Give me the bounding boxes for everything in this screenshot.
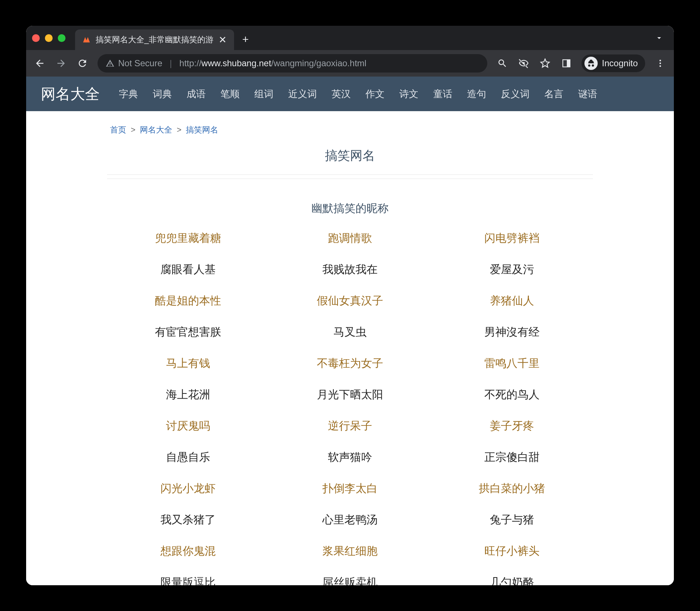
name-item[interactable]: 我又杀猪了 xyxy=(107,512,269,527)
site-title[interactable]: 网名大全 xyxy=(41,84,100,104)
name-item[interactable]: 雷鸣八千里 xyxy=(431,356,593,371)
incognito-indicator[interactable]: Incognito xyxy=(581,54,645,72)
name-item[interactable]: 正宗傻白甜 xyxy=(431,450,593,465)
name-item[interactable]: 软声猫吟 xyxy=(269,450,431,465)
nav-link[interactable]: 字典 xyxy=(119,88,138,100)
name-item[interactable]: 跑调情歌 xyxy=(269,231,431,246)
panel-icon[interactable] xyxy=(560,57,573,70)
new-tab-button[interactable]: + xyxy=(242,33,249,46)
name-item[interactable]: 逆行呆子 xyxy=(269,418,431,434)
breadcrumb-sep: > xyxy=(177,125,181,134)
address-bar: Not Secure | http://www.shubang.net/wang… xyxy=(26,50,674,77)
name-item[interactable]: 海上花洲 xyxy=(107,387,269,402)
name-item[interactable]: 月光下晒太阳 xyxy=(269,387,431,402)
name-item[interactable]: 自愚自乐 xyxy=(107,450,269,465)
name-item[interactable]: 假仙女真汉子 xyxy=(269,293,431,308)
svg-point-2 xyxy=(660,60,661,61)
nav-link[interactable]: 作文 xyxy=(365,88,385,100)
url-input[interactable]: Not Secure | http://www.shubang.net/wang… xyxy=(98,54,487,73)
page-viewport[interactable]: 网名大全 字典词典成语笔顺组词近义词英汉作文诗文童话造句反义词名言谜语 首页 >… xyxy=(26,77,674,585)
nav-link[interactable]: 名言 xyxy=(544,88,563,100)
content-area: 首页 > 网名大全 > 搞笑网名 搞笑网名 幽默搞笑的昵称 兜兜里藏着糖跑调情歌… xyxy=(107,111,593,585)
name-item[interactable]: 兔子与猪 xyxy=(431,512,593,527)
name-item[interactable]: 扑倒李太白 xyxy=(269,481,431,496)
not-secure-label: Not Secure xyxy=(118,58,162,68)
back-button[interactable] xyxy=(33,57,46,70)
svg-point-3 xyxy=(660,63,661,64)
tabs-dropdown-button[interactable] xyxy=(655,33,668,45)
favicon-icon xyxy=(82,35,91,45)
names-grid: 兜兜里藏着糖跑调情歌闪电劈裤裆腐眼看人基我贱故我在爱屋及污酷是姐的本性假仙女真汉… xyxy=(107,231,593,585)
name-item[interactable]: 闪光小龙虾 xyxy=(107,481,269,496)
name-item[interactable]: 想跟你鬼混 xyxy=(107,544,269,559)
toolbar-right: Incognito xyxy=(496,54,667,72)
name-item[interactable]: 我贱故我在 xyxy=(269,262,431,277)
name-item[interactable]: 腐眼看人基 xyxy=(107,262,269,277)
security-warning[interactable]: Not Secure xyxy=(106,58,162,68)
svg-point-4 xyxy=(660,65,661,67)
name-item[interactable]: 姜子牙疼 xyxy=(431,418,593,434)
maximize-window-button[interactable] xyxy=(58,34,66,42)
name-item[interactable]: 兜兜里藏着糖 xyxy=(107,231,269,246)
nav-link[interactable]: 诗文 xyxy=(399,88,418,100)
minimize-window-button[interactable] xyxy=(45,34,53,42)
svg-rect-1 xyxy=(567,60,570,67)
warning-icon xyxy=(106,59,114,68)
tab-strip: 搞笑网名大全_非常幽默搞笑的游 ✕ + xyxy=(26,26,674,50)
nav-link[interactable]: 英汉 xyxy=(332,88,351,100)
nav-link[interactable]: 近义词 xyxy=(288,88,317,100)
incognito-icon xyxy=(584,57,598,70)
name-item[interactable]: 心里老鸭汤 xyxy=(269,512,431,527)
name-item[interactable]: 男神沒有经 xyxy=(431,325,593,340)
name-item[interactable]: 马叉虫 xyxy=(269,325,431,340)
name-item[interactable]: 养猪仙人 xyxy=(431,293,593,308)
browser-tab[interactable]: 搞笑网名大全_非常幽默搞笑的游 ✕ xyxy=(75,29,234,50)
breadcrumb: 首页 > 网名大全 > 搞笑网名 xyxy=(107,120,593,143)
window-controls xyxy=(32,34,66,42)
nav-link[interactable]: 反义词 xyxy=(501,88,530,100)
site-nav: 网名大全 字典词典成语笔顺组词近义词英汉作文诗文童话造句反义词名言谜语 xyxy=(26,77,674,111)
nav-link[interactable]: 造句 xyxy=(467,88,486,100)
eye-off-icon[interactable] xyxy=(517,57,530,70)
breadcrumb-current[interactable]: 搞笑网名 xyxy=(186,125,218,134)
tab-title: 搞笑网名大全_非常幽默搞笑的游 xyxy=(96,34,213,45)
nav-link[interactable]: 笔顺 xyxy=(220,88,240,100)
nav-link[interactable]: 词典 xyxy=(153,88,172,100)
bookmark-star-icon[interactable] xyxy=(539,57,551,70)
nav-link[interactable]: 组词 xyxy=(254,88,273,100)
page-title: 搞笑网名 xyxy=(107,143,593,175)
close-window-button[interactable] xyxy=(32,34,40,42)
name-item[interactable]: 有宦官想害朕 xyxy=(107,325,269,340)
name-item[interactable]: 酷是姐的本性 xyxy=(107,293,269,308)
name-item[interactable]: 拱白菜的小猪 xyxy=(431,481,593,496)
name-item[interactable]: 浆果红细胞 xyxy=(269,544,431,559)
section-subtitle: 幽默搞笑的昵称 xyxy=(107,179,593,231)
name-item[interactable]: 旺仔小裤头 xyxy=(431,544,593,559)
name-item[interactable]: 马上有钱 xyxy=(107,356,269,371)
incognito-label: Incognito xyxy=(602,58,638,68)
breadcrumb-home[interactable]: 首页 xyxy=(110,125,126,134)
zoom-icon[interactable] xyxy=(496,57,509,70)
name-item[interactable]: 爱屋及污 xyxy=(431,262,593,277)
url-divider: | xyxy=(170,58,172,68)
nav-link[interactable]: 谜语 xyxy=(578,88,597,100)
name-item[interactable]: 讨厌鬼吗 xyxy=(107,418,269,434)
menu-button[interactable] xyxy=(654,57,667,70)
browser-window: 搞笑网名大全_非常幽默搞笑的游 ✕ + Not Secure | http://… xyxy=(26,26,674,585)
reload-button[interactable] xyxy=(76,57,89,70)
name-item[interactable]: 限量版逗比 xyxy=(107,575,269,585)
forward-button[interactable] xyxy=(55,57,67,70)
nav-link[interactable]: 成语 xyxy=(187,88,206,100)
name-item[interactable]: 屌丝贩卖机 xyxy=(269,575,431,585)
breadcrumb-category[interactable]: 网名大全 xyxy=(140,125,172,134)
nav-links: 字典词典成语笔顺组词近义词英汉作文诗文童话造句反义词名言谜语 xyxy=(119,88,597,100)
close-tab-button[interactable]: ✕ xyxy=(218,34,227,46)
name-item[interactable]: 不死的鸟人 xyxy=(431,387,593,402)
name-item[interactable]: 几勺奶酪 xyxy=(431,575,593,585)
nav-link[interactable]: 童话 xyxy=(433,88,452,100)
name-item[interactable]: 闪电劈裤裆 xyxy=(431,231,593,246)
name-item[interactable]: 不毒枉为女子 xyxy=(269,356,431,371)
url-text: http://www.shubang.net/wangming/gaoxiao.… xyxy=(179,58,366,68)
breadcrumb-sep: > xyxy=(131,125,135,134)
